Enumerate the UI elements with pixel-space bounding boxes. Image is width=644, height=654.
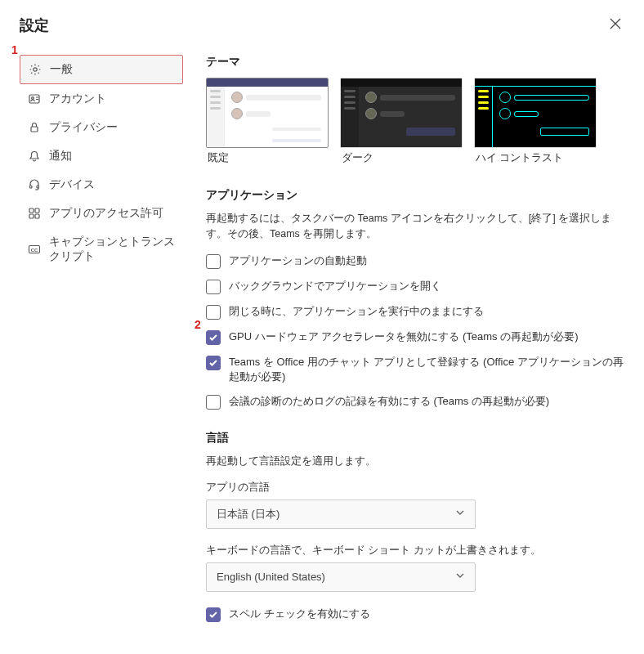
- sidebar-item-label: プライバシー: [49, 120, 118, 135]
- theme-options: 既定 ダーク: [206, 78, 624, 165]
- close-button[interactable]: [606, 15, 624, 35]
- keyboard-language-select[interactable]: English (United States): [206, 562, 476, 592]
- checkbox-register-office-chat[interactable]: Teams を Office 用のチャット アプリとして登録する (Office…: [206, 355, 624, 384]
- theme-heading: テーマ: [206, 55, 624, 69]
- theme-option-dark[interactable]: ダーク: [340, 78, 463, 165]
- sidebar-item-app-permissions[interactable]: アプリのアクセス許可: [20, 199, 183, 227]
- application-heading: アプリケーション: [206, 188, 624, 203]
- sidebar-item-captions[interactable]: CC キャプションとトランスクリプト: [20, 228, 183, 271]
- sidebar-item-label: 通知: [49, 149, 72, 164]
- checkbox-open-background[interactable]: バックグラウンドでアプリケーションを開く: [206, 279, 624, 294]
- checkbox-icon: [206, 607, 221, 622]
- checkbox-label: 閉じる時に、アプリケーションを実行中のままにする: [229, 304, 484, 319]
- sidebar-item-devices[interactable]: デバイス: [20, 171, 183, 199]
- svg-text:CC: CC: [31, 248, 38, 253]
- svg-rect-4: [30, 186, 33, 188]
- sidebar-item-notifications[interactable]: 通知: [20, 142, 183, 170]
- checkbox-spellcheck[interactable]: スペル チェックを有効にする: [206, 607, 624, 622]
- annotation-1: 1: [11, 43, 18, 56]
- theme-thumb-default: [206, 78, 329, 148]
- sidebar-item-privacy[interactable]: プライバシー: [20, 114, 183, 141]
- checkbox-disable-gpu[interactable]: GPU ハードウェア アクセラレータを無効にする (Teams の再起動が必要): [206, 329, 624, 345]
- checkbox-icon: [206, 280, 221, 294]
- close-icon: [610, 18, 621, 29]
- theme-label: ハイ コントラスト: [474, 151, 597, 165]
- checkbox-icon: [206, 395, 221, 410]
- language-note: 再起動して言語設定を適用します。: [206, 454, 624, 469]
- svg-rect-5: [37, 186, 39, 188]
- language-heading: 言語: [206, 431, 624, 446]
- theme-label: ダーク: [340, 151, 463, 165]
- chevron-down-icon: [455, 508, 465, 520]
- checkbox-label: バックグラウンドでアプリケーションを開く: [229, 279, 441, 293]
- theme-thumb-dark: [340, 78, 463, 148]
- svg-rect-7: [35, 208, 39, 213]
- theme-thumb-high-contrast: [474, 78, 597, 148]
- select-value: English (United States): [217, 571, 325, 583]
- page-title: 設定: [20, 16, 49, 35]
- gear-icon: [29, 63, 42, 76]
- checkbox-auto-start[interactable]: アプリケーションの自動起動: [206, 253, 624, 269]
- settings-main: テーマ: [206, 55, 624, 632]
- headset-icon: [28, 178, 41, 191]
- sidebar-item-general[interactable]: 一般: [20, 55, 183, 84]
- svg-rect-8: [29, 214, 34, 218]
- sidebar-item-label: アカウント: [49, 92, 106, 106]
- checkbox-meeting-diagnostics-log[interactable]: 会議の診断のためログの記録を有効にする (Teams の再起動が必要): [206, 394, 624, 410]
- application-note: 再起動するには、タスクバーの Teams アイコンを右クリックして、[終了] を…: [206, 211, 624, 242]
- checkbox-label: GPU ハードウェア アクセラレータを無効にする (Teams の再起動が必要): [229, 329, 579, 344]
- lock-icon: [28, 121, 41, 134]
- checkbox-icon: [206, 305, 221, 320]
- apps-icon: [28, 207, 41, 220]
- annotation-2: 2: [195, 318, 201, 331]
- app-language-select[interactable]: 日本語 (日本): [206, 499, 476, 529]
- checkbox-keep-running-close[interactable]: 閉じる時に、アプリケーションを実行中のままにする: [206, 304, 624, 320]
- checkbox-label: アプリケーションの自動起動: [229, 253, 367, 268]
- theme-option-high-contrast[interactable]: ハイ コントラスト: [474, 78, 597, 165]
- sidebar-item-account[interactable]: アカウント: [20, 85, 183, 113]
- checkbox-icon: [206, 356, 221, 370]
- svg-rect-6: [29, 208, 34, 213]
- svg-rect-3: [31, 127, 38, 132]
- account-icon: [28, 92, 41, 105]
- checkbox-label: Teams を Office 用のチャット アプリとして登録する (Office…: [229, 355, 624, 384]
- checkbox-icon: [206, 254, 221, 269]
- select-value: 日本語 (日本): [217, 507, 280, 522]
- svg-rect-9: [35, 214, 39, 218]
- sidebar-item-label: キャプションとトランスクリプト: [49, 235, 175, 264]
- svg-point-2: [32, 97, 34, 100]
- chevron-down-icon: [455, 571, 465, 583]
- checkbox-icon: [206, 330, 221, 345]
- sidebar-item-label: デバイス: [49, 177, 95, 192]
- cc-icon: CC: [28, 243, 41, 256]
- checkbox-label: スペル チェックを有効にする: [229, 607, 370, 621]
- theme-option-default[interactable]: 既定: [206, 78, 329, 165]
- keyboard-language-note: キーボードの言語で、キーボード ショート カットが上書きされます。: [206, 544, 624, 558]
- checkbox-label: 会議の診断のためログの記録を有効にする (Teams の再起動が必要): [229, 394, 549, 409]
- sidebar-item-label: アプリのアクセス許可: [49, 206, 163, 221]
- settings-sidebar: 1 一般 アカウント プライバシー: [20, 55, 183, 632]
- svg-point-0: [34, 68, 37, 71]
- app-language-label: アプリの言語: [206, 481, 624, 495]
- theme-label: 既定: [206, 151, 329, 165]
- bell-icon: [28, 150, 41, 163]
- sidebar-item-label: 一般: [50, 62, 73, 77]
